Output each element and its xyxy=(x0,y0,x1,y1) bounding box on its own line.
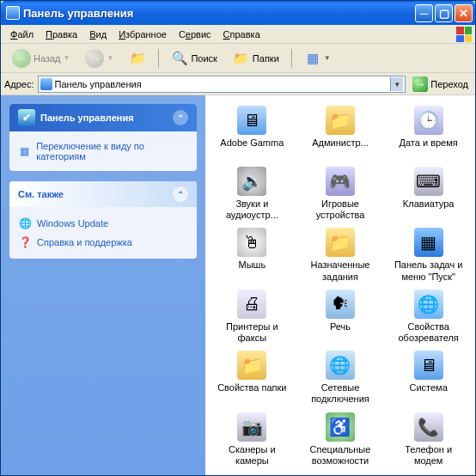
item-icon: 🌐 xyxy=(326,351,355,380)
item-label: Речь xyxy=(330,321,351,344)
item-label: Дата и время xyxy=(400,137,458,160)
go-button[interactable]: → Переход xyxy=(409,75,472,94)
item-icon: 📞 xyxy=(414,412,443,442)
item-label: Администр... xyxy=(312,137,369,160)
item-label: Клавиатура xyxy=(403,198,455,221)
address-combo[interactable]: Панель управления ▾ xyxy=(38,76,406,93)
control-panel-item[interactable]: 🕒Дата и время xyxy=(385,104,472,162)
control-panel-item[interactable]: 📁Назначенные задания xyxy=(297,226,384,284)
item-label: Система xyxy=(410,382,448,405)
menu-favorites[interactable]: Избранное xyxy=(113,27,173,41)
menu-help[interactable]: Справка xyxy=(217,27,266,41)
item-icon: 📁 xyxy=(326,106,355,135)
window-title: Панель управления xyxy=(23,7,415,20)
forward-button[interactable]: → ▼ xyxy=(79,46,119,71)
item-icon: 🌐 xyxy=(414,290,443,319)
toolbar-separator xyxy=(158,49,159,68)
control-panel-item[interactable]: 🌐Сетевые подключения xyxy=(297,349,384,406)
item-label: Панель задач и меню "Пуск" xyxy=(390,259,467,282)
control-panel-item[interactable]: ♿Специальные возможности xyxy=(297,411,384,468)
panel-header[interactable]: ✔ Панель управления ⌃ xyxy=(9,104,197,131)
titlebar: Панель управления ─ ▢ ✕ xyxy=(1,1,475,25)
control-panel-item[interactable]: 🖥Система xyxy=(385,349,472,406)
collapse-icon[interactable]: ⌃ xyxy=(173,110,188,125)
dropdown-icon: ▼ xyxy=(324,54,331,62)
menu-tools[interactable]: Сервис xyxy=(173,27,217,41)
control-panel-item[interactable]: 📞Телефон и модем xyxy=(385,411,472,468)
item-icon: 🗣 xyxy=(326,290,355,319)
help-support-link[interactable]: ❓ Справка и поддержка xyxy=(18,233,188,252)
item-label: Телефон и модем xyxy=(390,444,467,467)
control-panel-item[interactable]: 🎮Игровые устройства xyxy=(297,165,384,223)
control-panel-item[interactable]: 🖱Мышь xyxy=(209,226,296,284)
control-panel-item[interactable]: 🗣Речь xyxy=(297,288,384,345)
item-icon: ▦ xyxy=(414,228,443,257)
item-label: Принтеры и факсы xyxy=(213,321,290,344)
address-bar: Адрес: Панель управления ▾ → Переход xyxy=(1,73,475,95)
switch-view-link[interactable]: ▦ Переключение к виду по категориям xyxy=(18,138,188,164)
sidebar-panel-seealso: См. также ⌃ 🌐 Windows Update ❓ Справка и… xyxy=(9,181,197,259)
item-label: Игровые устройства xyxy=(302,198,379,221)
control-panel-item[interactable]: 🖨Принтеры и факсы xyxy=(209,288,296,345)
item-icon: 📁 xyxy=(237,351,266,380)
control-panel-item[interactable]: 📁Администр... xyxy=(297,104,384,162)
window-icon xyxy=(6,6,20,20)
item-icon: 📁 xyxy=(326,228,355,257)
maximize-button[interactable]: ▢ xyxy=(435,4,453,22)
item-icon: 🕒 xyxy=(414,106,443,135)
menu-view[interactable]: Вид xyxy=(83,27,113,41)
control-panel-item[interactable]: ▦Панель задач и меню "Пуск" xyxy=(385,226,472,284)
item-label: Свойства обозревателя xyxy=(390,321,467,344)
switch-icon: ▦ xyxy=(18,144,31,158)
close-button[interactable]: ✕ xyxy=(455,4,473,22)
help-icon: ❓ xyxy=(18,235,32,249)
control-panel-item[interactable]: 📷Сканеры и камеры xyxy=(209,411,296,468)
item-icon: 📷 xyxy=(237,412,266,442)
dropdown-icon: ▼ xyxy=(107,54,113,62)
address-label: Адрес: xyxy=(4,79,34,89)
item-label: Сканеры и камеры xyxy=(213,444,290,467)
views-icon: ▦ xyxy=(304,50,321,67)
toolbar-separator xyxy=(291,49,292,68)
collapse-icon[interactable]: ⌃ xyxy=(173,186,188,202)
control-panel-item[interactable]: 🌐Свойства обозревателя xyxy=(385,288,472,345)
folders-button[interactable]: 📁 Папки xyxy=(227,46,285,70)
control-panel-icon: ✔ xyxy=(18,109,35,126)
globe-icon: 🌐 xyxy=(18,217,32,230)
go-arrow-icon: → xyxy=(412,76,428,92)
menubar: Файл Правка Вид Избранное Сервис Справка xyxy=(1,25,475,44)
item-icon: 🎮 xyxy=(326,167,355,196)
control-panel-item[interactable]: 🖥Adobe Gamma xyxy=(209,104,296,162)
up-button[interactable]: 📁 xyxy=(123,46,152,70)
forward-arrow-icon: → xyxy=(85,49,104,68)
toolbar: ← Назад ▼ → ▼ 📁 🔍 Поиск 📁 Папки ▦ ▼ xyxy=(1,44,475,73)
control-panel-item[interactable]: 🔊Звуки и аудиоустр... xyxy=(209,165,296,223)
minimize-button[interactable]: ─ xyxy=(415,4,433,22)
windows-logo-icon xyxy=(456,27,472,42)
address-dropdown-button[interactable]: ▾ xyxy=(390,77,403,91)
panel-header[interactable]: См. также ⌃ xyxy=(9,181,197,207)
item-icon: 🖥 xyxy=(414,351,443,380)
item-icon: ♿ xyxy=(326,412,355,442)
folder-up-icon: 📁 xyxy=(129,50,146,67)
menu-edit[interactable]: Правка xyxy=(40,27,83,41)
item-label: Звуки и аудиоустр... xyxy=(213,198,290,221)
folders-icon: 📁 xyxy=(233,50,250,67)
views-button[interactable]: ▦ ▼ xyxy=(298,46,337,70)
item-label: Сетевые подключения xyxy=(302,382,379,405)
item-icon: 🔊 xyxy=(237,167,266,196)
item-label: Свойства папки xyxy=(217,382,286,405)
control-panel-item[interactable]: 📁Свойства папки xyxy=(209,349,296,406)
back-button[interactable]: ← Назад ▼ xyxy=(6,46,76,71)
item-label: Мышь xyxy=(239,259,266,282)
search-button[interactable]: 🔍 Поиск xyxy=(165,46,223,70)
control-panel-item[interactable]: ⌨Клавиатура xyxy=(385,165,472,223)
search-icon: 🔍 xyxy=(171,50,188,67)
window: Панель управления ─ ▢ ✕ Файл Правка Вид … xyxy=(0,0,476,476)
item-icon: 🖱 xyxy=(237,228,266,257)
back-arrow-icon: ← xyxy=(12,49,31,68)
menu-file[interactable]: Файл xyxy=(4,27,40,41)
windows-update-link[interactable]: 🌐 Windows Update xyxy=(18,214,188,233)
item-icon: 🖨 xyxy=(237,290,266,319)
item-label: Adobe Gamma xyxy=(220,137,284,160)
